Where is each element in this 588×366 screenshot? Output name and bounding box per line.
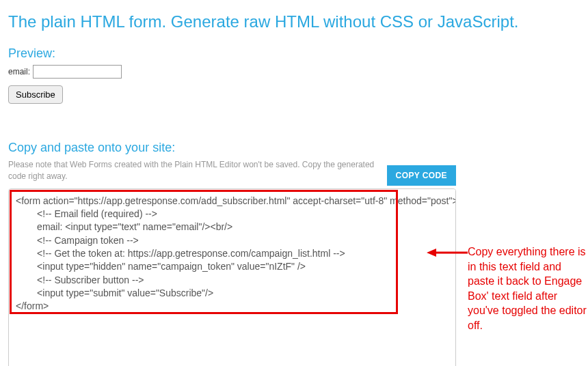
preview-heading: Preview:: [8, 46, 580, 61]
preview-form: email:: [8, 65, 580, 79]
copy-note: Please note that Web Forms created with …: [8, 159, 377, 183]
copy-heading: Copy and paste onto your site:: [8, 141, 580, 155]
email-label: email:: [8, 67, 30, 76]
annotation-text: Copy everything there is in this text fi…: [468, 244, 588, 333]
page-title: The plain HTML form. Generate raw HTML w…: [8, 12, 580, 31]
code-textarea[interactable]: [8, 188, 456, 366]
email-field[interactable]: [33, 65, 122, 79]
copy-code-button[interactable]: COPY CODE: [387, 165, 456, 186]
subscribe-button[interactable]: Subscribe: [8, 85, 63, 104]
